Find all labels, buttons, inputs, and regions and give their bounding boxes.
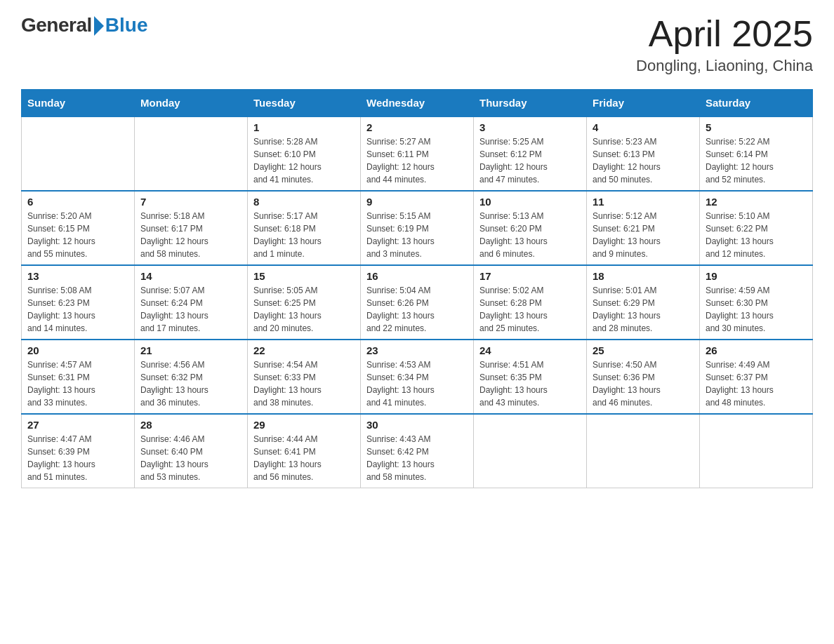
day-info: Sunrise: 5:25 AM Sunset: 6:12 PM Dayligh…: [479, 135, 581, 186]
header-monday: Monday: [135, 90, 248, 117]
day-info: Sunrise: 4:56 AM Sunset: 6:32 PM Dayligh…: [140, 358, 241, 409]
day-info: Sunrise: 4:57 AM Sunset: 6:31 PM Dayligh…: [27, 358, 128, 409]
day-number: 12: [706, 196, 807, 208]
day-number: 20: [27, 344, 128, 356]
day-number: 14: [140, 270, 241, 282]
day-info: Sunrise: 5:08 AM Sunset: 6:23 PM Dayligh…: [27, 284, 128, 335]
header-row: SundayMondayTuesdayWednesdayThursdayFrid…: [22, 90, 813, 117]
calendar-cell: 5Sunrise: 5:22 AM Sunset: 6:14 PM Daylig…: [700, 116, 813, 191]
day-info: Sunrise: 4:47 AM Sunset: 6:39 PM Dayligh…: [27, 433, 128, 483]
calendar-cell: 1Sunrise: 5:28 AM Sunset: 6:10 PM Daylig…: [248, 116, 361, 191]
logo-arrow-icon: [94, 16, 104, 36]
day-info: Sunrise: 5:02 AM Sunset: 6:28 PM Dayligh…: [479, 284, 581, 335]
day-info: Sunrise: 5:01 AM Sunset: 6:29 PM Dayligh…: [593, 284, 694, 335]
day-number: 18: [593, 270, 694, 282]
day-number: 24: [479, 344, 581, 356]
day-number: 1: [253, 121, 355, 133]
header-thursday: Thursday: [474, 90, 587, 117]
calendar-cell: [700, 414, 813, 488]
day-number: 13: [27, 270, 128, 282]
day-info: Sunrise: 5:17 AM Sunset: 6:18 PM Dayligh…: [253, 210, 355, 260]
day-info: Sunrise: 5:22 AM Sunset: 6:14 PM Dayligh…: [706, 135, 807, 186]
day-number: 2: [366, 121, 468, 133]
week-row-1: 1Sunrise: 5:28 AM Sunset: 6:10 PM Daylig…: [22, 116, 813, 191]
calendar-cell: 20Sunrise: 4:57 AM Sunset: 6:31 PM Dayli…: [22, 340, 135, 414]
day-number: 22: [253, 344, 355, 356]
title-block: April 2025 Dongling, Liaoning, China: [636, 14, 813, 75]
day-info: Sunrise: 4:51 AM Sunset: 6:35 PM Dayligh…: [479, 358, 581, 409]
calendar-subtitle: Dongling, Liaoning, China: [636, 57, 813, 75]
calendar-table: SundayMondayTuesdayWednesdayThursdayFrid…: [21, 89, 813, 488]
day-info: Sunrise: 5:27 AM Sunset: 6:11 PM Dayligh…: [366, 135, 468, 186]
day-info: Sunrise: 4:49 AM Sunset: 6:37 PM Dayligh…: [706, 358, 807, 409]
day-number: 15: [253, 270, 355, 282]
calendar-cell: 22Sunrise: 4:54 AM Sunset: 6:33 PM Dayli…: [248, 340, 361, 414]
day-info: Sunrise: 5:10 AM Sunset: 6:22 PM Dayligh…: [706, 210, 807, 260]
day-number: 9: [366, 196, 468, 208]
day-info: Sunrise: 5:12 AM Sunset: 6:21 PM Dayligh…: [593, 210, 694, 260]
day-number: 16: [366, 270, 468, 282]
day-info: Sunrise: 5:28 AM Sunset: 6:10 PM Dayligh…: [253, 135, 355, 186]
day-info: Sunrise: 5:23 AM Sunset: 6:13 PM Dayligh…: [593, 135, 694, 186]
day-info: Sunrise: 4:54 AM Sunset: 6:33 PM Dayligh…: [253, 358, 355, 409]
day-number: 21: [140, 344, 241, 356]
calendar-cell: 3Sunrise: 5:25 AM Sunset: 6:12 PM Daylig…: [474, 116, 587, 191]
week-row-4: 20Sunrise: 4:57 AM Sunset: 6:31 PM Dayli…: [22, 340, 813, 414]
day-info: Sunrise: 4:44 AM Sunset: 6:41 PM Dayligh…: [253, 433, 355, 483]
calendar-cell: 13Sunrise: 5:08 AM Sunset: 6:23 PM Dayli…: [22, 265, 135, 340]
day-number: 3: [479, 121, 581, 133]
day-number: 17: [479, 270, 581, 282]
week-row-2: 6Sunrise: 5:20 AM Sunset: 6:15 PM Daylig…: [22, 191, 813, 265]
day-info: Sunrise: 5:15 AM Sunset: 6:19 PM Dayligh…: [366, 210, 468, 260]
day-number: 26: [706, 344, 807, 356]
calendar-cell: [587, 414, 700, 488]
calendar-cell: 8Sunrise: 5:17 AM Sunset: 6:18 PM Daylig…: [248, 191, 361, 265]
day-info: Sunrise: 5:04 AM Sunset: 6:26 PM Dayligh…: [366, 284, 468, 335]
logo-general-text: General: [21, 14, 92, 36]
calendar-cell: 23Sunrise: 4:53 AM Sunset: 6:34 PM Dayli…: [361, 340, 474, 414]
calendar-cell: [135, 116, 248, 191]
calendar-cell: 10Sunrise: 5:13 AM Sunset: 6:20 PM Dayli…: [474, 191, 587, 265]
header-sunday: Sunday: [22, 90, 135, 117]
calendar-cell: 24Sunrise: 4:51 AM Sunset: 6:35 PM Dayli…: [474, 340, 587, 414]
calendar-cell: 30Sunrise: 4:43 AM Sunset: 6:42 PM Dayli…: [361, 414, 474, 488]
day-number: 19: [706, 270, 807, 282]
calendar-cell: 29Sunrise: 4:44 AM Sunset: 6:41 PM Dayli…: [248, 414, 361, 488]
calendar-cell: 12Sunrise: 5:10 AM Sunset: 6:22 PM Dayli…: [700, 191, 813, 265]
calendar-cell: 14Sunrise: 5:07 AM Sunset: 6:24 PM Dayli…: [135, 265, 248, 340]
logo: General Blue: [21, 14, 147, 36]
day-number: 30: [366, 419, 468, 431]
calendar-cell: 4Sunrise: 5:23 AM Sunset: 6:13 PM Daylig…: [587, 116, 700, 191]
page-header: General Blue April 2025 Dongling, Liaoni…: [21, 14, 813, 75]
day-number: 6: [27, 196, 128, 208]
day-info: Sunrise: 4:59 AM Sunset: 6:30 PM Dayligh…: [706, 284, 807, 335]
calendar-cell: [22, 116, 135, 191]
calendar-cell: 19Sunrise: 4:59 AM Sunset: 6:30 PM Dayli…: [700, 265, 813, 340]
calendar-cell: [474, 414, 587, 488]
calendar-cell: 21Sunrise: 4:56 AM Sunset: 6:32 PM Dayli…: [135, 340, 248, 414]
day-number: 11: [593, 196, 694, 208]
calendar-cell: 28Sunrise: 4:46 AM Sunset: 6:40 PM Dayli…: [135, 414, 248, 488]
day-info: Sunrise: 4:50 AM Sunset: 6:36 PM Dayligh…: [593, 358, 694, 409]
calendar-cell: 18Sunrise: 5:01 AM Sunset: 6:29 PM Dayli…: [587, 265, 700, 340]
calendar-cell: 2Sunrise: 5:27 AM Sunset: 6:11 PM Daylig…: [361, 116, 474, 191]
calendar-cell: 16Sunrise: 5:04 AM Sunset: 6:26 PM Dayli…: [361, 265, 474, 340]
day-info: Sunrise: 5:13 AM Sunset: 6:20 PM Dayligh…: [479, 210, 581, 260]
calendar-cell: 25Sunrise: 4:50 AM Sunset: 6:36 PM Dayli…: [587, 340, 700, 414]
day-info: Sunrise: 4:43 AM Sunset: 6:42 PM Dayligh…: [366, 433, 468, 483]
day-number: 25: [593, 344, 694, 356]
calendar-cell: 27Sunrise: 4:47 AM Sunset: 6:39 PM Dayli…: [22, 414, 135, 488]
week-row-5: 27Sunrise: 4:47 AM Sunset: 6:39 PM Dayli…: [22, 414, 813, 488]
header-wednesday: Wednesday: [361, 90, 474, 117]
calendar-cell: 26Sunrise: 4:49 AM Sunset: 6:37 PM Dayli…: [700, 340, 813, 414]
day-info: Sunrise: 4:46 AM Sunset: 6:40 PM Dayligh…: [140, 433, 241, 483]
header-friday: Friday: [587, 90, 700, 117]
calendar-cell: 17Sunrise: 5:02 AM Sunset: 6:28 PM Dayli…: [474, 265, 587, 340]
header-saturday: Saturday: [700, 90, 813, 117]
day-number: 29: [253, 419, 355, 431]
day-info: Sunrise: 5:05 AM Sunset: 6:25 PM Dayligh…: [253, 284, 355, 335]
day-info: Sunrise: 5:18 AM Sunset: 6:17 PM Dayligh…: [140, 210, 241, 260]
day-number: 5: [706, 121, 807, 133]
header-tuesday: Tuesday: [248, 90, 361, 117]
calendar-title: April 2025: [636, 14, 813, 54]
